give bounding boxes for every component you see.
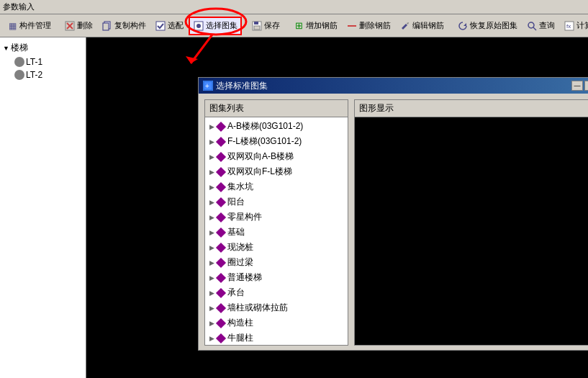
atlas-list-item[interactable]: ▶ 双网双向F-L楼梯 (207, 164, 346, 179)
diamond-icon (216, 212, 226, 222)
svg-rect-9 (254, 22, 258, 24)
atlas-list-header: 图集列表 (205, 100, 348, 117)
title-bar: 参数输入 (0, 0, 588, 14)
list-item-arrow: ▶ (209, 153, 214, 161)
add-rebar-icon: ⊞ (293, 20, 304, 32)
list-item-arrow: ▶ (209, 289, 214, 297)
list-item-arrow: ▶ (209, 168, 214, 176)
query-label: 查询 (539, 20, 555, 31)
atlas-list-item[interactable]: ▶ 现浇桩 (207, 240, 346, 255)
tree-root[interactable]: ▼ 楼梯 (3, 40, 83, 55)
list-item-arrow: ▶ (209, 244, 214, 251)
restore-label: 恢复原始图集 (470, 20, 517, 31)
svg-text:fx: fx (566, 23, 571, 30)
atlas-list-item[interactable]: ▶ 牛腿柱 (207, 330, 346, 345)
atlas-list-item[interactable]: ▶ 集水坑 (207, 179, 346, 194)
dialog-title-text: 选择标准图集 (216, 80, 268, 92)
list-item-arrow: ▶ (209, 214, 214, 221)
edit-rebar-label: 编辑钢筋 (412, 20, 444, 31)
diamond-icon (216, 181, 226, 192)
restore-icon (457, 20, 469, 32)
diamond-icon (216, 257, 226, 267)
svg-text:+: + (205, 82, 209, 90)
select-config-button[interactable]: 选配 (151, 17, 187, 35)
svg-rect-10 (254, 26, 260, 30)
tree-root-arrow: ▼ (3, 45, 9, 52)
select-atlas-button[interactable]: 选择图集 (189, 17, 242, 35)
select-config-icon (155, 20, 166, 32)
list-item-label: 墙柱或砌体拉筋 (227, 302, 288, 314)
select-atlas-dialog: + 选择标准图集 — × 图集列表 (198, 77, 588, 351)
list-item-label: 阳台 (227, 196, 245, 208)
copy-label: 复制构件 (114, 20, 146, 31)
list-item-label: 集水坑 (227, 181, 253, 193)
atlas-preview-header: 图形显示 (354, 99, 588, 117)
list-item-arrow: ▶ (209, 305, 214, 312)
save-button[interactable]: 保存 (248, 17, 284, 35)
copy-button[interactable]: 复制构件 (98, 17, 150, 35)
save-icon (251, 20, 263, 32)
list-item-arrow: ▶ (209, 138, 214, 145)
diamond-icon (216, 227, 226, 237)
atlas-list-item[interactable]: ▶ F-L楼梯(03G101-2) (207, 134, 346, 149)
title-bar-text: 参数输入 (3, 1, 35, 12)
add-rebar-button[interactable]: ⊞ 增加钢筋 (289, 17, 341, 35)
list-item-arrow: ▶ (209, 229, 214, 236)
atlas-list-item[interactable]: ▶ 基础 (207, 225, 346, 240)
calc-button[interactable]: fx 计算 (560, 17, 588, 35)
diamond-icon (216, 333, 226, 343)
svg-rect-5 (156, 22, 165, 30)
select-atlas-label: 选择图集 (206, 20, 238, 31)
select-atlas-icon (193, 20, 204, 32)
dialog-close-button[interactable]: × (584, 81, 588, 91)
list-item-label: 零星构件 (227, 211, 262, 223)
restore-button[interactable]: 恢复原始图集 (453, 17, 521, 35)
edit-rebar-icon (399, 20, 411, 32)
atlas-list-item[interactable]: ▶ 承台 (207, 285, 346, 300)
dialog-controls: — × (571, 81, 588, 91)
diamond-icon (216, 166, 226, 176)
dialog-title-left: + 选择标准图集 (203, 80, 268, 92)
list-item-label: 承台 (227, 287, 245, 299)
main-area: ▼ 楼梯 LT-1 LT-2 + 选择标准图集 (0, 37, 588, 378)
atlas-list-item[interactable]: ▶ A-B楼梯(03G101-2) (207, 119, 346, 134)
tree-item-LT2[interactable]: LT-2 (3, 68, 83, 81)
dialog-title-bar: + 选择标准图集 — × (199, 78, 588, 94)
atlas-preview-body (354, 117, 588, 346)
dialog-minimize-button[interactable]: — (571, 81, 583, 91)
diamond-icon (216, 302, 226, 312)
svg-point-7 (196, 24, 201, 28)
query-button[interactable]: 查询 (523, 17, 558, 35)
diamond-icon (216, 242, 226, 252)
atlas-list-item[interactable]: ▶ 阳台 (207, 194, 346, 210)
atlas-list-body[interactable]: ▶ A-B楼梯(03G101-2) ▶ F-L楼梯(03G101-2) ▶ 双网… (205, 117, 348, 345)
diamond-icon (216, 136, 226, 146)
svg-rect-11 (348, 25, 356, 27)
atlas-list-item[interactable]: ▶ 圈过梁 (207, 255, 346, 270)
construct-mgr-label: 构件管理 (19, 20, 51, 31)
atlas-list-item[interactable]: ▶ 零星构件 (207, 210, 346, 225)
atlas-list-item[interactable]: ▶ 墙柱或砌体拉筋 (207, 300, 346, 315)
calc-icon: fx (564, 20, 575, 32)
svg-point-13 (528, 22, 534, 28)
atlas-list-item[interactable]: ▶ 构造柱 (207, 315, 346, 330)
list-item-label: A-B楼梯(03G101-2) (227, 120, 303, 132)
edit-rebar-button[interactable]: 编辑钢筋 (396, 17, 448, 35)
list-item-label: F-L楼梯(03G101-2) (227, 135, 302, 148)
list-item-label: 构造柱 (227, 317, 253, 329)
delete-button[interactable]: 删除 (60, 17, 96, 35)
tree-item-LT1[interactable]: LT-1 (3, 55, 83, 68)
delete-icon (64, 20, 76, 32)
remove-rebar-button[interactable]: 删除钢筋 (343, 17, 394, 35)
dialog-title-icon: + (203, 81, 213, 91)
toolbar: ▦ 构件管理 删除 复制构件 选配 选择图集 保存 (0, 14, 588, 37)
atlas-list-item[interactable]: ▶ 普通楼梯 (207, 270, 346, 285)
copy-icon (101, 20, 113, 32)
diamond-icon (216, 121, 226, 131)
atlas-list-item[interactable]: ▶ 双网双向A-B楼梯 (207, 149, 346, 164)
grid-icon: ▦ (6, 20, 18, 32)
delete-label: 删除 (77, 20, 93, 31)
tree-panel: ▼ 楼梯 LT-1 LT-2 (0, 37, 86, 378)
construct-mgr-button[interactable]: ▦ 构件管理 (3, 17, 55, 35)
list-item-arrow: ▶ (209, 123, 214, 130)
